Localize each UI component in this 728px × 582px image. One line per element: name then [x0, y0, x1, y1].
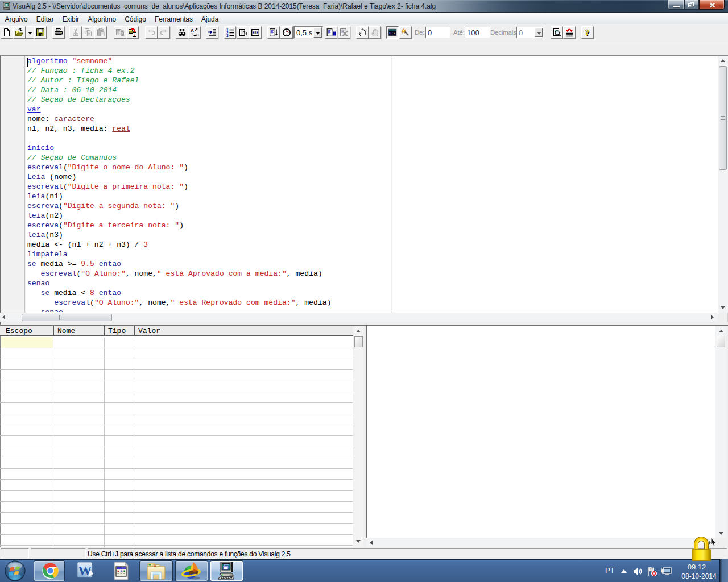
svg-text:3: 3	[226, 34, 229, 37]
svg-text:W: W	[78, 563, 92, 578]
svg-text:B: B	[196, 32, 199, 37]
svg-text:A: A	[191, 28, 194, 33]
svg-text:C:\: C:\	[390, 31, 396, 35]
svg-text:?: ?	[585, 28, 589, 37]
